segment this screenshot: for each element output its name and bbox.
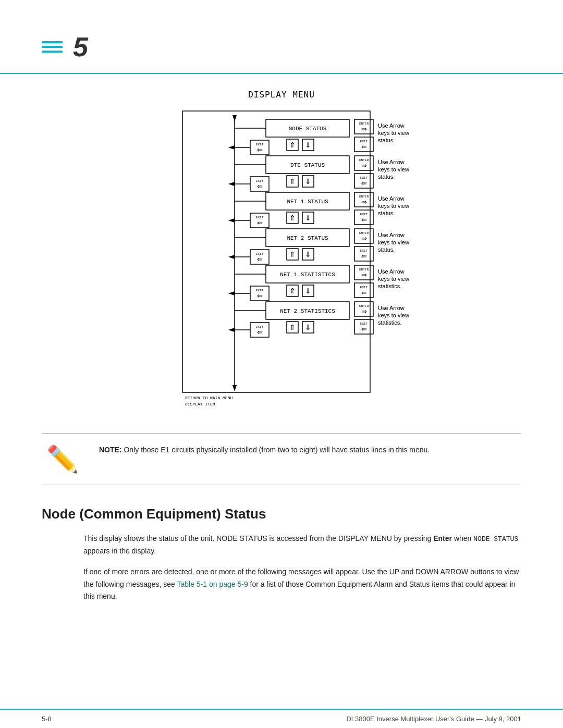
exit-arrow-1: ⇐ (257, 146, 263, 154)
return-note-line1: RETURN TO MAIN MENU (185, 396, 232, 400)
annotation-1a: Use Arrow (378, 122, 405, 129)
annotation-3b: keys to view (378, 203, 409, 209)
annotation-2a: Use Arrow (378, 159, 405, 165)
annotation-6b: keys to view (378, 312, 409, 318)
down-arrow-1: ⇓ (305, 141, 311, 149)
menu-item-5: NET 1.STATISTICS (280, 272, 335, 278)
down-arrow-5: ⇓ (305, 287, 311, 295)
exit-arrow-2: ⇐ (257, 182, 263, 190)
up-arrow-3: ⇑ (289, 214, 296, 222)
exit-arrow-4: ⇐ (257, 255, 263, 263)
table-link: Table 5-1 on page 5-9 (177, 580, 248, 588)
exit-r-arrow-6: ⇐ (361, 325, 367, 333)
annotation-3c: status. (378, 210, 395, 216)
svg-rect-57 (182, 111, 370, 392)
page-number: 5-8 (42, 715, 52, 723)
annotation-5a: Use Arrow (378, 268, 405, 275)
page-header: 5 (0, 0, 563, 74)
annotation-4a: Use Arrow (378, 232, 405, 238)
section-heading: Node (Common Equipment) Status (42, 506, 521, 522)
svg-marker-8 (228, 145, 235, 150)
menu-item-4: NET 2 STATUS (287, 235, 328, 241)
menu-item-2: DTE STATUS (290, 162, 325, 168)
chapter-number: 5 (73, 31, 88, 63)
exit-r-arrow-3: ⇐ (361, 216, 367, 224)
document-title: DL3800E Inverse Multiplexer User's Guide… (346, 715, 521, 723)
svg-marker-17 (228, 182, 235, 186)
up-arrow-4: ⇑ (289, 250, 296, 258)
annotation-6c: statistics. (378, 319, 401, 326)
svg-marker-56 (232, 385, 237, 391)
page-footer: 5-8 DL3800E Inverse Multiplexer User's G… (0, 709, 563, 728)
annotation-4b: keys to view (378, 239, 409, 245)
exit-arrow-3: ⇐ (257, 219, 263, 227)
annotation-3a: Use Arrow (378, 195, 405, 202)
menu-item-6: NET 2.STATISTICS (280, 308, 335, 314)
annotation-1b: keys to view (378, 130, 409, 136)
diagram-svg-container: NODE STATUS ⇑ ⇓ EXIT ⇐ ENTER ⇒ (42, 110, 521, 417)
annotation-2b: keys to view (378, 166, 409, 172)
enter-arrow-5: ⇒ (361, 271, 367, 279)
chapter-line-3 (42, 51, 63, 53)
svg-marker-35 (228, 255, 235, 259)
note-text: NOTE: Only those E1 circuits physically … (99, 444, 430, 455)
down-arrow-2: ⇓ (305, 177, 311, 186)
up-arrow-6: ⇑ (289, 323, 296, 331)
exit-arrow-6: ⇐ (257, 328, 263, 336)
annotation-5c: statistics. (378, 283, 401, 289)
diagram-title: DISPLAY MENU (248, 90, 315, 100)
flowchart-svg: NODE STATUS ⇑ ⇓ EXIT ⇐ ENTER ⇒ (115, 110, 448, 417)
return-note-line2: DISPLAY ITEM (185, 402, 215, 406)
enter-arrow-6: ⇒ (361, 307, 367, 315)
down-arrow-4: ⇓ (305, 250, 311, 258)
up-arrow-5: ⇑ (289, 287, 296, 295)
main-content: DISPLAY MENU NODE STATUS ⇑ ⇓ (0, 74, 563, 627)
down-arrow-6: ⇓ (305, 323, 311, 331)
note-content: Only those E1 circuits physically instal… (124, 446, 430, 454)
body-paragraph-1: This display shows the status of the uni… (83, 533, 521, 558)
chapter-lines (42, 41, 63, 53)
annotation-6a: Use Arrow (378, 305, 405, 311)
svg-marker-1 (232, 115, 237, 121)
diagram-section: DISPLAY MENU NODE STATUS ⇑ ⇓ (42, 90, 521, 417)
menu-item-3: NET 1 STATUS (287, 199, 328, 205)
up-arrow-2: ⇑ (289, 177, 296, 186)
annotation-5b: keys to view (378, 276, 409, 282)
exit-arrow-5: ⇐ (257, 292, 263, 300)
chapter-icon: 5 (42, 31, 88, 63)
exit-r-arrow-1: ⇐ (361, 143, 367, 151)
node-status-code: NODE STATUS (473, 535, 518, 543)
enter-arrow-4: ⇒ (361, 235, 367, 242)
annotation-1c: status. (378, 137, 395, 143)
enter-arrow-2: ⇒ (361, 162, 367, 169)
annotation-2c: status. (378, 174, 395, 180)
annotation-4c: status. (378, 246, 395, 253)
enter-bold: Enter (433, 534, 452, 542)
svg-marker-44 (228, 291, 235, 295)
enter-arrow-3: ⇒ (361, 198, 367, 206)
svg-marker-53 (228, 328, 235, 332)
exit-r-arrow-2: ⇐ (361, 179, 367, 187)
exit-r-arrow-4: ⇐ (361, 252, 367, 260)
enter-arrow-1: ⇒ (361, 125, 367, 133)
menu-item-1: NODE STATUS (289, 126, 327, 132)
exit-r-arrow-5: ⇐ (361, 289, 367, 297)
note-section: ✏️ NOTE: Only those E1 circuits physical… (42, 433, 521, 485)
svg-marker-26 (228, 218, 235, 223)
chapter-line-2 (42, 46, 63, 48)
note-label: NOTE: (99, 446, 122, 454)
body-paragraph-2: If one of more errors are detected, one … (83, 566, 521, 603)
chapter-line-1 (42, 41, 63, 43)
pencil-icon: ✏️ (42, 444, 83, 474)
down-arrow-3: ⇓ (305, 214, 311, 222)
up-arrow-1: ⇑ (289, 141, 296, 149)
